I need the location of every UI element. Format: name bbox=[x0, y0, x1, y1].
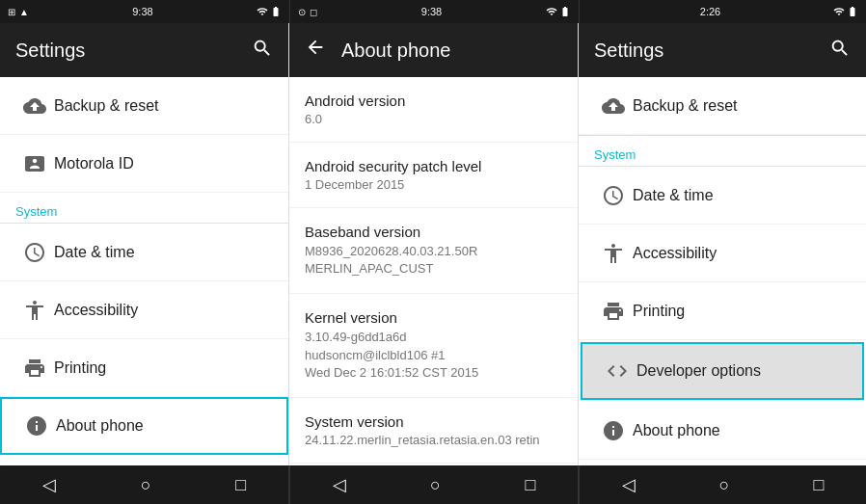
sidebar-item-datetime-right[interactable]: Date & time bbox=[579, 167, 866, 225]
sidebar-item-printing[interactable]: Printing bbox=[0, 339, 288, 397]
middle-toolbar: About phone bbox=[289, 23, 578, 77]
settings-panel-right: Settings Backup & reset System bbox=[579, 23, 866, 465]
status-bar-right: 2:26 bbox=[579, 0, 866, 23]
about-security-patch[interactable]: Android security patch level 1 December … bbox=[289, 143, 578, 208]
recent-nav-left[interactable]: □ bbox=[216, 467, 265, 503]
status-icons-left: ⊞▲ bbox=[8, 7, 29, 17]
nav-bar-left: ◁ ○ □ bbox=[0, 465, 289, 504]
datetime-text-right: Date & time bbox=[633, 187, 714, 204]
printing-title-right: Printing bbox=[633, 303, 685, 320]
backup-text-right: Backup & reset bbox=[633, 97, 738, 115]
code-icon bbox=[598, 359, 636, 383]
middle-toolbar-title: About phone bbox=[341, 40, 562, 62]
about-kernel[interactable]: Kernel version 3.10.49-g6dd1a6dhudsoncm@… bbox=[289, 294, 578, 398]
search-icon-right[interactable] bbox=[829, 38, 851, 64]
system-section-header-right: System bbox=[579, 136, 866, 166]
status-icons-right-right bbox=[833, 6, 858, 17]
baseband-title: Baseband version bbox=[305, 224, 562, 240]
nav-bar-middle: ◁ ○ □ bbox=[289, 465, 579, 504]
left-toolbar-title: Settings bbox=[15, 40, 236, 62]
sidebar-item-about[interactable]: About phone bbox=[0, 397, 288, 455]
sidebar-item-developer[interactable]: Developer options bbox=[581, 342, 864, 400]
developer-title: Developer options bbox=[636, 362, 761, 380]
backup-icon bbox=[15, 94, 54, 118]
about-android-version[interactable]: Android version 6.0 bbox=[289, 77, 578, 143]
left-toolbar: Settings bbox=[0, 23, 288, 77]
home-nav-right[interactable]: ○ bbox=[700, 467, 749, 503]
status-time-left: 9:38 bbox=[132, 6, 152, 17]
motorola-title: Motorola ID bbox=[54, 155, 134, 172]
status-bar-left: ⊞▲ 9:38 bbox=[0, 0, 289, 23]
printing-title: Printing bbox=[54, 359, 106, 377]
kernel-title: Kernel version bbox=[305, 309, 562, 326]
info-icon-right bbox=[594, 419, 633, 442]
back-icon-middle[interactable] bbox=[305, 37, 326, 64]
kernel-value: 3.10.49-g6dd1a6dhudsoncm@ilclbld106 #1We… bbox=[305, 329, 562, 382]
about-title-left: About phone bbox=[56, 417, 144, 435]
info-icon-left bbox=[17, 414, 56, 438]
accessibility-icon-right bbox=[594, 242, 633, 265]
sidebar-item-motorola[interactable]: Motorola ID bbox=[0, 135, 288, 193]
right-toolbar-title: Settings bbox=[594, 40, 814, 62]
status-bar-middle: ⊙◻ 9:38 bbox=[289, 0, 579, 23]
datetime-title: Date & time bbox=[54, 244, 135, 261]
print-icon bbox=[15, 357, 54, 380]
accessibility-title-right: Accessibility bbox=[633, 245, 717, 262]
motorola-text: Motorola ID bbox=[54, 155, 134, 172]
android-version-value: 6.0 bbox=[305, 112, 562, 126]
accessibility-icon bbox=[15, 299, 54, 322]
baseband-value: M8936_2020628.40.03.21.50RMERLIN_APAC_CU… bbox=[305, 243, 562, 278]
datetime-text: Date & time bbox=[54, 244, 135, 261]
backup-text: Backup & reset bbox=[54, 97, 159, 115]
about-phone-panel: About phone Android version 6.0 Android … bbox=[289, 23, 579, 465]
back-nav-mid[interactable]: ◁ bbox=[313, 466, 365, 503]
printing-text-right: Printing bbox=[633, 303, 685, 320]
clock-icon-right bbox=[594, 184, 633, 207]
accessibility-text-right: Accessibility bbox=[633, 245, 717, 262]
right-toolbar: Settings bbox=[579, 23, 866, 77]
recent-nav-right[interactable]: □ bbox=[795, 467, 844, 503]
home-nav-mid[interactable]: ○ bbox=[411, 467, 460, 503]
home-nav-left[interactable]: ○ bbox=[122, 467, 171, 503]
security-patch-title: Android security patch level bbox=[305, 158, 562, 174]
sidebar-item-backup-right[interactable]: Backup & reset bbox=[579, 77, 866, 135]
accessibility-text: Accessibility bbox=[54, 302, 138, 319]
sidebar-item-printing-right[interactable]: Printing bbox=[579, 282, 866, 340]
settings-panel-left: Settings Backup & reset bbox=[0, 23, 289, 465]
system-version-value: 24.11.22.merlin_retasia.retasia.en.03 re… bbox=[305, 433, 562, 447]
recent-nav-mid[interactable]: □ bbox=[505, 467, 555, 503]
android-version-title: Android version bbox=[305, 93, 562, 109]
status-icons-mid-left: ⊙◻ bbox=[298, 7, 317, 17]
about-text-left: About phone bbox=[56, 417, 144, 435]
status-time-mid: 9:38 bbox=[421, 6, 442, 17]
accessibility-title: Accessibility bbox=[54, 302, 138, 319]
nav-bar-right: ◁ ○ □ bbox=[579, 465, 866, 504]
developer-text: Developer options bbox=[636, 362, 761, 380]
status-time-right: 2:26 bbox=[700, 6, 720, 17]
backup-title-right: Backup & reset bbox=[633, 97, 738, 115]
sidebar-item-datetime[interactable]: Date & time bbox=[0, 224, 288, 281]
security-patch-value: 1 December 2015 bbox=[305, 177, 562, 192]
sidebar-item-accessibility[interactable]: Accessibility bbox=[0, 281, 288, 339]
search-icon-left[interactable] bbox=[252, 38, 273, 64]
sidebar-item-accessibility-right[interactable]: Accessibility bbox=[579, 225, 866, 282]
clock-icon bbox=[15, 241, 54, 264]
about-baseband[interactable]: Baseband version M8936_2020628.40.03.21.… bbox=[289, 208, 578, 294]
system-version-title: System version bbox=[305, 413, 562, 430]
about-text-right: About phone bbox=[633, 422, 720, 439]
backup-icon-right bbox=[594, 94, 633, 118]
sidebar-item-backup[interactable]: Backup & reset bbox=[0, 77, 288, 135]
backup-title: Backup & reset bbox=[54, 97, 159, 115]
about-title-right: About phone bbox=[633, 422, 720, 439]
datetime-title-right: Date & time bbox=[633, 187, 714, 204]
status-icons-mid-right bbox=[546, 6, 571, 17]
back-nav-right[interactable]: ◁ bbox=[603, 466, 655, 503]
sidebar-item-about-right[interactable]: About phone bbox=[579, 402, 866, 460]
motorola-icon bbox=[15, 152, 54, 175]
system-section-header: System bbox=[0, 193, 288, 223]
printing-text: Printing bbox=[54, 359, 106, 377]
status-icons-right-left bbox=[257, 6, 282, 17]
back-nav-left[interactable]: ◁ bbox=[23, 466, 75, 503]
print-icon-right bbox=[594, 300, 633, 323]
about-system-version[interactable]: System version 24.11.22.merlin_retasia.r… bbox=[289, 398, 578, 464]
